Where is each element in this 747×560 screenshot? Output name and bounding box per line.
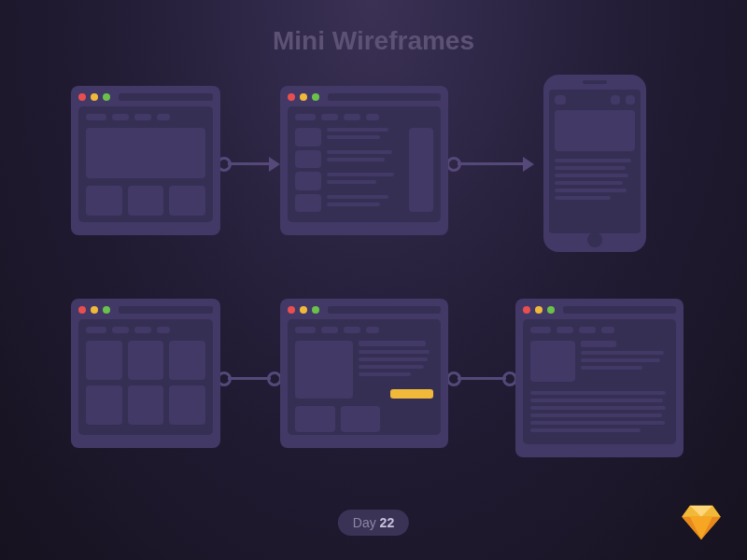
traffic-light-yellow-icon [535,306,543,314]
traffic-light-yellow-icon [91,93,98,101]
traffic-light-green-icon [312,306,319,314]
address-bar [119,306,213,314]
wireframe-grid [71,299,220,448]
traffic-light-red-icon [523,306,530,314]
traffic-light-green-icon [312,93,319,101]
phone-speaker-icon [583,80,607,84]
traffic-light-green-icon [547,306,555,314]
wireframe-hero [71,86,220,235]
connector-arrow [228,162,271,165]
cta-button [390,389,433,399]
phone-home-button-icon [587,232,602,247]
traffic-light-yellow-icon [300,306,307,314]
traffic-light-red-icon [288,306,295,314]
traffic-light-green-icon [103,93,110,101]
traffic-light-yellow-icon [300,93,307,101]
address-bar [119,93,213,101]
address-bar [563,306,676,314]
day-label: Day [353,515,376,530]
address-bar [328,306,441,314]
wireframe-article-sidebar [280,86,448,235]
wireframe-canvas [0,65,747,513]
traffic-light-red-icon [78,93,86,101]
wireframe-mobile [543,75,646,252]
traffic-light-green-icon [103,306,110,314]
day-badge: Day 22 [338,510,409,536]
connector-dot [228,377,271,380]
day-number: 22 [380,515,395,530]
traffic-light-red-icon [78,306,86,314]
traffic-light-yellow-icon [91,306,98,314]
traffic-light-red-icon [288,93,295,101]
wireframe-blog [515,299,684,457]
wireframe-post [280,299,448,448]
address-bar [328,93,441,101]
connector-dot [458,377,506,380]
connector-arrow [458,162,525,165]
page-title: Mini Wireframes [0,0,747,56]
sketch-diamond-icon [682,504,721,539]
